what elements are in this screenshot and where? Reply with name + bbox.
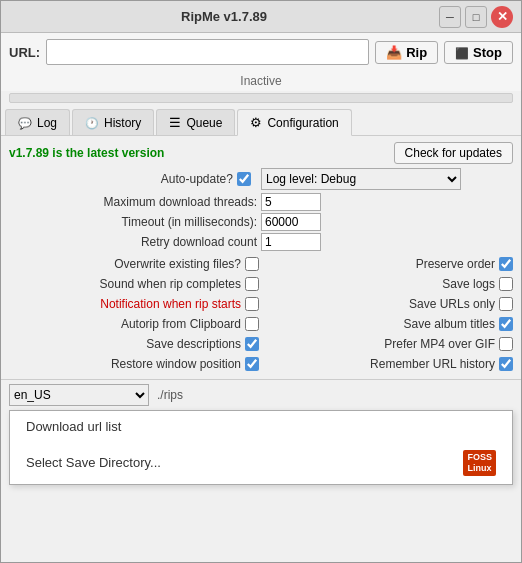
- remember-url-row: Remember URL history: [263, 355, 513, 373]
- window-title: RipMe v1.7.89: [9, 9, 439, 24]
- tab-history-label: History: [104, 116, 141, 130]
- clock-icon: [85, 116, 99, 130]
- download-url-list-item[interactable]: Download url list: [10, 411, 512, 442]
- remember-url-checkbox[interactable]: [499, 357, 513, 371]
- url-input[interactable]: [46, 39, 369, 65]
- save-descriptions-checkbox[interactable]: [245, 337, 259, 351]
- autoupdate-checkbox[interactable]: [237, 172, 251, 186]
- rip-icon: [386, 45, 402, 60]
- minimize-button[interactable]: ─: [439, 6, 461, 28]
- autorip-label: Autorip from Clipboard: [121, 317, 241, 331]
- version-check-row: v1.7.89 is the latest version Check for …: [9, 142, 513, 164]
- max-threads-input[interactable]: [261, 193, 321, 211]
- select-save-dir-label: Select Save Directory...: [26, 455, 161, 470]
- overwrite-checkbox[interactable]: [245, 257, 259, 271]
- tab-bar: Log History Queue Configuration: [1, 105, 521, 136]
- tab-configuration-label: Configuration: [267, 116, 338, 130]
- foss-badge: FOSSLinux: [463, 450, 496, 476]
- config-panel: v1.7.89 is the latest version Check for …: [1, 136, 521, 379]
- timeout-label: Timeout (in milliseconds):: [121, 215, 257, 229]
- retry-input[interactable]: [261, 233, 321, 251]
- sound-row: Sound when rip completes: [9, 275, 259, 293]
- save-descriptions-row: Save descriptions: [9, 335, 259, 353]
- close-button[interactable]: ✕: [491, 6, 513, 28]
- locale-row: en_US fr_FR de_DE es_ES ./rips: [9, 384, 513, 406]
- stop-icon: [455, 45, 469, 60]
- tab-log[interactable]: Log: [5, 109, 70, 135]
- sound-label: Sound when rip completes: [100, 277, 241, 291]
- title-bar-right: ─ □ ✕: [439, 6, 513, 28]
- overwrite-row: Overwrite existing files?: [9, 255, 259, 273]
- save-album-titles-checkbox[interactable]: [499, 317, 513, 331]
- save-urls-checkbox[interactable]: [499, 297, 513, 311]
- save-logs-label: Save logs: [442, 277, 495, 291]
- max-threads-label: Maximum download threads:: [104, 195, 257, 209]
- save-logs-checkbox[interactable]: [499, 277, 513, 291]
- rip-button[interactable]: Rip: [375, 41, 438, 64]
- retry-label: Retry download count: [141, 235, 257, 249]
- rip-label: Rip: [406, 45, 427, 60]
- url-bar: URL: Rip Stop: [1, 33, 521, 71]
- log-level-select[interactable]: Log level: Debug Log level: Info Log lev…: [261, 168, 461, 190]
- save-descriptions-label: Save descriptions: [146, 337, 241, 351]
- tab-history[interactable]: History: [72, 109, 154, 135]
- notification-row: Notification when rip starts: [9, 295, 259, 313]
- tab-log-label: Log: [37, 116, 57, 130]
- select-save-dir-item[interactable]: Select Save Directory... FOSSLinux: [10, 442, 512, 484]
- save-urls-row: Save URLs only: [263, 295, 513, 313]
- preserve-order-label: Preserve order: [416, 257, 495, 271]
- restore-window-label: Restore window position: [111, 357, 241, 371]
- notification-label: Notification when rip starts: [100, 297, 241, 311]
- preserve-order-checkbox[interactable]: [499, 257, 513, 271]
- bottom-section: en_US fr_FR de_DE es_ES ./rips Download …: [1, 379, 521, 489]
- checkbox-grid: Overwrite existing files? Preserve order…: [9, 255, 513, 373]
- restore-window-checkbox[interactable]: [245, 357, 259, 371]
- autorip-checkbox[interactable]: [245, 317, 259, 331]
- progress-bar: [9, 93, 513, 103]
- dropdown-popup: Download url list Select Save Directory.…: [9, 410, 513, 485]
- tab-queue-label: Queue: [186, 116, 222, 130]
- list-icon: [169, 115, 181, 130]
- dir-path: ./rips: [157, 388, 183, 402]
- tab-configuration[interactable]: Configuration: [237, 109, 351, 136]
- status-bar: Inactive: [1, 71, 521, 91]
- stop-button[interactable]: Stop: [444, 41, 513, 64]
- tab-queue[interactable]: Queue: [156, 109, 235, 135]
- prefer-mp4-checkbox[interactable]: [499, 337, 513, 351]
- prefer-mp4-label: Prefer MP4 over GIF: [384, 337, 495, 351]
- restore-window-row: Restore window position: [9, 355, 259, 373]
- maximize-button[interactable]: □: [465, 6, 487, 28]
- version-text: v1.7.89 is the latest version: [9, 146, 164, 160]
- overwrite-label: Overwrite existing files?: [114, 257, 241, 271]
- main-window: RipMe v1.7.89 ─ □ ✕ URL: Rip Stop Inacti…: [0, 0, 522, 563]
- stop-label: Stop: [473, 45, 502, 60]
- remember-url-label: Remember URL history: [370, 357, 495, 371]
- timeout-input[interactable]: [261, 213, 321, 231]
- save-urls-label: Save URLs only: [409, 297, 495, 311]
- url-label: URL:: [9, 45, 40, 60]
- sound-checkbox[interactable]: [245, 277, 259, 291]
- content-area: v1.7.89 is the latest version Check for …: [1, 136, 521, 562]
- prefer-mp4-row: Prefer MP4 over GIF: [263, 335, 513, 353]
- notification-checkbox[interactable]: [245, 297, 259, 311]
- status-text: Inactive: [240, 74, 281, 88]
- save-album-titles-row: Save album titles: [263, 315, 513, 333]
- autoupdate-label: Auto-update?: [161, 172, 233, 186]
- check-updates-button[interactable]: Check for updates: [394, 142, 513, 164]
- chat-icon: [18, 116, 32, 130]
- preserve-order-row: Preserve order: [263, 255, 513, 273]
- gear-icon: [250, 115, 262, 130]
- autorip-row: Autorip from Clipboard: [9, 315, 259, 333]
- save-logs-row: Save logs: [263, 275, 513, 293]
- locale-select[interactable]: en_US fr_FR de_DE es_ES: [9, 384, 149, 406]
- title-bar: RipMe v1.7.89 ─ □ ✕: [1, 1, 521, 33]
- save-album-titles-label: Save album titles: [404, 317, 495, 331]
- dropdown-container: Download url list Select Save Directory.…: [9, 410, 513, 485]
